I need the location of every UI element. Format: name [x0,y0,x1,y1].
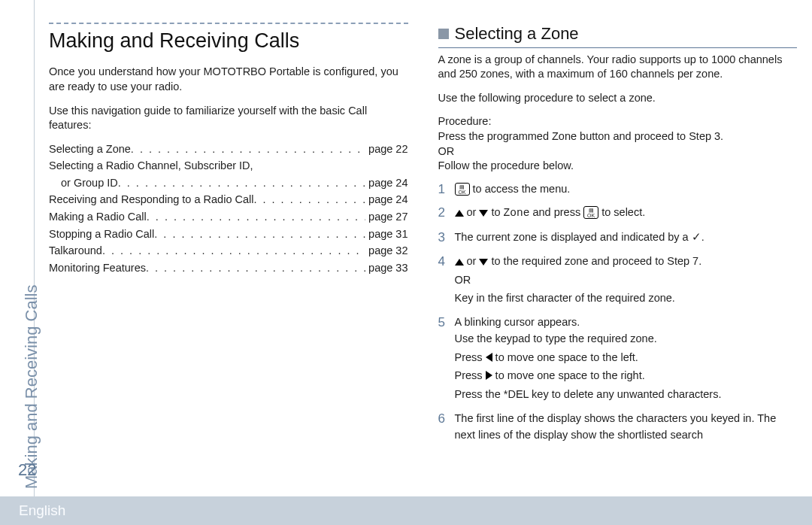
step-text: to [488,206,503,218]
step-number: 5 [438,314,455,330]
toc: Selecting a Zone page 22 Selecting a Rad… [49,142,408,276]
toc-dots [154,227,365,242]
zone-paragraph-1: A zone is a group of channels. Your radi… [438,53,798,82]
toc-label: Talkaround [49,244,102,259]
toc-row: Selecting a Radio Channel, Subscriber ID… [49,159,408,174]
ok-key-icon: ▤OK [583,206,598,219]
step-text: to access the menu. [470,183,571,195]
step-text: Press [455,369,486,381]
toc-label: Receiving and Responding to a Radio Call [49,193,253,208]
step-text: to select. [598,206,645,218]
left-column: Making and Receiving Calls Once you unde… [49,23,431,491]
chapter-title: Making and Receiving Calls [49,27,408,54]
step-3: 3 The current zone is displayed and indi… [438,229,798,246]
steps: 1 ▤OK to access the menu. 2 or to Zone a… [438,181,798,444]
down-arrow-icon [479,210,488,217]
toc-label: Selecting a Radio Channel, Subscriber ID… [49,159,253,174]
step-body: The current zone is displayed and indica… [455,229,798,246]
intro-paragraph-1: Once you understand how your MOTOTRBO Po… [49,65,408,94]
toc-row: Talkaround page 32 [49,244,408,259]
ok-key-icon: ▤OK [455,183,470,196]
footer-bar: English [0,496,812,525]
step-line: Press the *DEL key to delete any unwante… [455,387,798,403]
toc-dots [131,142,365,157]
step-body: ▤OK to access the menu. [455,181,798,198]
step-text: to move one space to the left. [492,351,638,363]
zone-keyword: Zone [504,207,530,219]
square-bullet-icon [438,29,449,39]
sub-heading: Selecting a Zone [455,23,579,45]
toc-dots [102,244,365,259]
side-tab: Making and Receiving Calls [20,0,43,203]
procedure-line-2: Follow the procedure below. [438,159,798,174]
toc-page: page 24 [365,176,408,191]
procedure-block: Procedure: Press the programmed Zone but… [438,114,798,173]
step-line: Use the keypad to type the required zone… [455,331,798,347]
toc-dots [253,193,365,208]
toc-row: or Group ID page 24 [49,176,408,191]
step-number: 6 [438,411,455,426]
step-6: 6 The first line of the display shows th… [438,411,798,444]
step-line: Press to move one space to the right. [455,368,798,384]
step-text: to move one space to the right. [492,369,645,381]
toc-row: Selecting a Zone page 22 [49,142,408,157]
procedure-label: Procedure: [438,114,798,129]
step-body: or to the required zone and proceed to S… [455,253,798,307]
toc-page: page 24 [365,193,408,208]
step-body: or to Zone and press ▤OK to select. [455,205,798,222]
right-arrow-icon [486,371,492,380]
down-arrow-icon [479,259,488,266]
step-line: Key in the first character of the requir… [455,290,798,307]
toc-label: Making a Radio Call [49,210,147,225]
step-2: 2 or to Zone and press ▤OK to select. [438,205,798,222]
step-body: The first line of the display shows the … [455,411,798,444]
procedure-line-1: Press the programmed Zone button and pro… [438,129,798,144]
step-number: 3 [438,229,455,245]
toc-page: page 31 [365,227,408,242]
toc-row: Monitoring Features page 33 [49,261,408,276]
zone-paragraph-2: Use the following procedure to select a … [438,91,798,106]
left-arrow-icon [486,353,492,362]
sub-heading-row: Selecting a Zone [438,23,798,48]
side-tab-label: Making and Receiving Calls [22,285,41,489]
step-text: or [464,255,480,267]
toc-page: page 33 [365,261,408,276]
step-1: 1 ▤OK to access the menu. [438,181,798,198]
toc-label: or Group ID [49,176,118,191]
step-number: 2 [438,205,455,220]
up-arrow-icon [455,259,464,266]
step-number: 1 [438,181,455,197]
step-or: OR [455,272,798,289]
right-column: Selecting a Zone A zone is a group of ch… [431,23,798,491]
step-line: Press to move one space to the left. [455,350,798,366]
step-text: to the required zone and proceed to Step… [488,255,701,267]
step-4: 4 or to the required zone and proceed to… [438,253,798,307]
step-number: 4 [438,253,455,269]
toc-page: page 32 [365,244,408,259]
step-text: Press [455,351,486,363]
toc-dots [146,261,365,276]
toc-row: Receiving and Responding to a Radio Call… [49,193,408,208]
toc-dots [118,176,365,191]
dashed-rule [49,23,408,24]
up-arrow-icon [455,210,464,217]
toc-row: Making a Radio Call page 27 [49,210,408,225]
toc-page: page 27 [365,210,408,225]
footer-language: English [19,501,65,520]
toc-label: Stopping a Radio Call [49,227,154,242]
step-text: and press [529,206,583,218]
toc-label: Monitoring Features [49,261,146,276]
procedure-or: OR [438,144,798,159]
step-body: A blinking cursor appears. Use the keypa… [455,314,798,403]
step-text: or [464,206,480,218]
step-line: A blinking cursor appears. [455,314,798,331]
toc-label: Selecting a Zone [49,142,131,157]
toc-row: Stopping a Radio Call page 31 [49,227,408,242]
step-5: 5 A blinking cursor appears. Use the key… [438,314,798,403]
toc-page: page 22 [365,142,408,157]
intro-paragraph-2: Use this navigation guide to familiarize… [49,104,408,133]
toc-dots [147,210,365,225]
page-number: 22 [18,459,36,481]
